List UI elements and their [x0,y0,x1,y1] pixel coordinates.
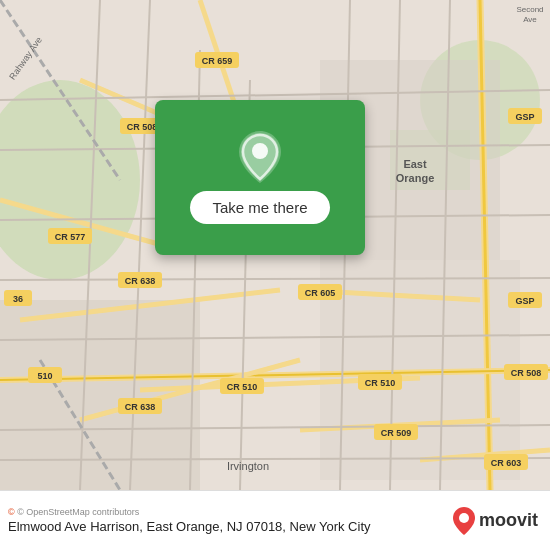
svg-text:CR 603: CR 603 [491,458,522,468]
svg-text:GSP: GSP [515,296,534,306]
svg-text:Ave: Ave [523,15,537,24]
copyright-symbol: © [8,507,15,517]
svg-text:GSP: GSP [515,112,534,122]
svg-text:36: 36 [13,294,23,304]
map-attribution: © © OpenStreetMap contributors [8,507,371,517]
svg-point-44 [459,513,469,523]
take-me-there-button[interactable]: Take me there [190,191,329,224]
svg-text:CR 510: CR 510 [365,378,396,388]
svg-text:CR 605: CR 605 [305,288,336,298]
svg-text:East: East [403,158,427,170]
svg-point-43 [252,143,268,159]
svg-text:CR 508: CR 508 [127,122,158,132]
svg-text:510: 510 [37,371,52,381]
bottom-info-bar: © © OpenStreetMap contributors Elmwood A… [0,490,550,550]
navigation-card[interactable]: Take me there [155,100,365,255]
svg-text:Irvington: Irvington [227,460,269,472]
svg-text:CR 638: CR 638 [125,402,156,412]
svg-text:Second: Second [516,5,543,14]
address-label: Elmwood Ave Harrison, East Orange, NJ 07… [8,519,371,534]
svg-text:CR 659: CR 659 [202,56,233,66]
attribution-text: © OpenStreetMap contributors [17,507,139,517]
svg-text:CR 638: CR 638 [125,276,156,286]
svg-text:CR 510: CR 510 [227,382,258,392]
moovit-pin-icon [453,507,475,535]
moovit-brand-text: moovit [479,510,538,531]
svg-text:Orange: Orange [396,172,435,184]
svg-text:CR 508: CR 508 [511,368,542,378]
location-pin-icon [239,131,281,183]
moovit-logo: moovit [453,507,538,535]
bottom-left-section: © © OpenStreetMap contributors Elmwood A… [8,507,371,534]
svg-text:CR 509: CR 509 [381,428,412,438]
svg-text:CR 577: CR 577 [55,232,86,242]
map-container: CR 659 CR 508 CR 577 CR 638 CR 638 510 C… [0,0,550,490]
